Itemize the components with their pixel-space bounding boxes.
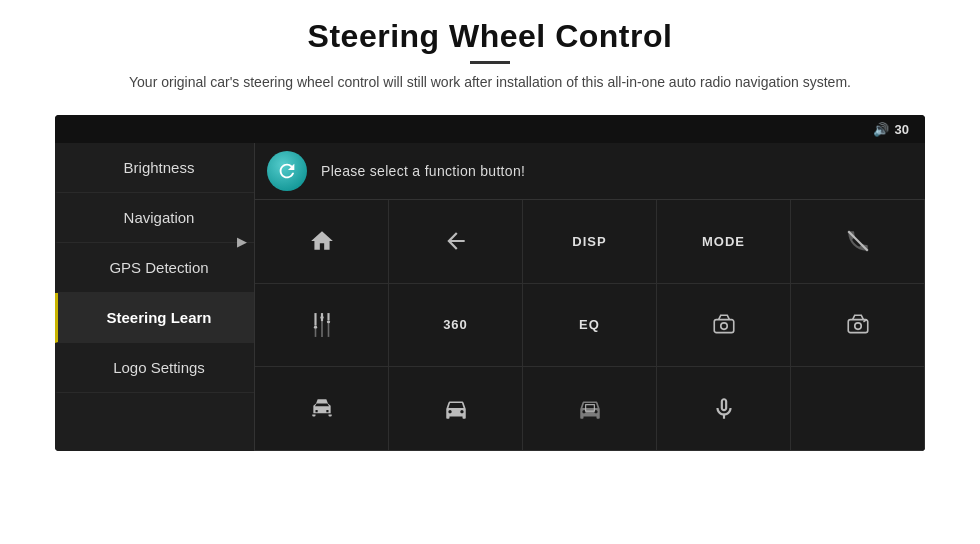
svg-point-7: [326, 320, 329, 323]
function-prompt: Please select a function button!: [321, 163, 525, 179]
grid-btn-car-side[interactable]: [389, 367, 523, 451]
grid-btn-home[interactable]: ▶: [255, 200, 389, 284]
back-icon: [443, 228, 469, 254]
svg-rect-10: [714, 320, 734, 333]
car-top-icon: [577, 396, 603, 422]
device-screen: 🔊 30 Brightness Navigation GPS Detection…: [55, 115, 925, 451]
phone-mute-icon: [845, 228, 871, 254]
svg-point-4: [313, 326, 316, 329]
screen-body: Brightness Navigation GPS Detection Stee…: [55, 143, 925, 451]
menu-item-gps[interactable]: GPS Detection: [55, 243, 254, 293]
eq-label: EQ: [579, 317, 600, 332]
grid-btn-mode[interactable]: MODE: [657, 200, 791, 284]
buttons-grid: ▶ DISP MODE: [255, 200, 925, 451]
car-side-icon: [443, 396, 469, 422]
function-bar: Please select a function button!: [255, 143, 925, 200]
microphone-icon: [711, 396, 737, 422]
main-content: Please select a function button! ▶: [255, 143, 925, 451]
grid-btn-car-cam2[interactable]: [791, 284, 925, 368]
grid-btn-car-top[interactable]: [523, 367, 657, 451]
svg-point-11: [720, 323, 727, 330]
car-cam2-icon: [845, 312, 871, 338]
grid-btn-eq[interactable]: EQ: [523, 284, 657, 368]
menu-item-steering[interactable]: Steering Learn: [55, 293, 254, 343]
menu-item-brightness[interactable]: Brightness: [55, 143, 254, 193]
page-title: Steering Wheel Control: [129, 18, 851, 55]
car-cam1-icon: [711, 312, 737, 338]
title-divider: [470, 61, 510, 64]
grid-btn-empty: [791, 367, 925, 451]
disp-label: DISP: [572, 234, 606, 249]
screen-top-bar: 🔊 30: [55, 115, 925, 143]
grid-btn-mic[interactable]: [657, 367, 791, 451]
tuner-icon: [309, 312, 335, 338]
grid-btn-mute[interactable]: [791, 200, 925, 284]
home-icon: [309, 228, 335, 254]
menu-item-logo[interactable]: Logo Settings: [55, 343, 254, 393]
volume-icon: 🔊: [873, 122, 889, 137]
svg-point-13: [854, 323, 861, 330]
grid-btn-360[interactable]: 360: [389, 284, 523, 368]
grid-btn-car-cam1[interactable]: [657, 284, 791, 368]
grid-btn-disp[interactable]: DISP: [523, 200, 657, 284]
cursor-arrow: ▶: [237, 234, 247, 249]
volume-level: 30: [895, 122, 909, 137]
left-menu: Brightness Navigation GPS Detection Stee…: [55, 143, 255, 451]
refresh-icon[interactable]: [267, 151, 307, 191]
grid-btn-tuner[interactable]: [255, 284, 389, 368]
grid-btn-back[interactable]: [389, 200, 523, 284]
page-subtitle: Your original car's steering wheel contr…: [129, 72, 851, 93]
grid-btn-car-front[interactable]: [255, 367, 389, 451]
menu-item-navigation[interactable]: Navigation: [55, 193, 254, 243]
mode-label: MODE: [702, 234, 745, 249]
car-front-icon: [309, 396, 335, 422]
cam360-label: 360: [443, 317, 468, 332]
